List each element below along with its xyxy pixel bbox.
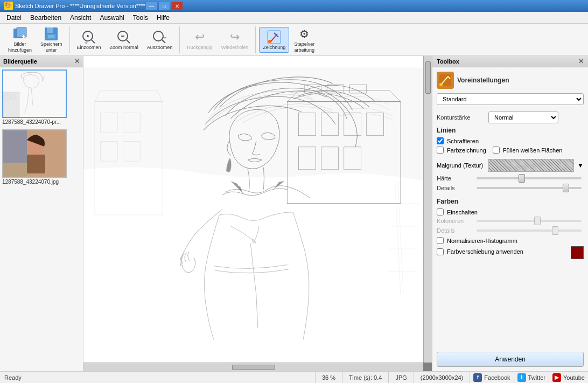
toolbar: + Bilderhinzufügen Speichernunter + — [0, 24, 588, 56]
linien-title: Linien — [437, 127, 584, 134]
schraffieren-label: Schraffieren — [447, 138, 479, 144]
zoom-normal-icon — [116, 30, 131, 45]
farbzeichnung-checkbox[interactable] — [437, 147, 444, 154]
undo-button[interactable]: ↩ Rückgängig — [183, 27, 216, 53]
thumbnail-item-2[interactable]: 1287588_43224070.jpg — [2, 129, 81, 185]
haerte-row: Härte — [437, 175, 584, 182]
fuellen-row: Füllen weißen Flächen — [493, 147, 563, 154]
zoom-in-button[interactable]: + Einzoomen — [73, 27, 105, 53]
zoom-out-button[interactable]: − Auszoom­en — [143, 27, 177, 53]
separator-2 — [179, 26, 180, 53]
malgrund-label: Malgrund (Textur) — [437, 162, 485, 169]
fuellen-checkbox[interactable] — [493, 147, 500, 154]
thumbnail-label-2: 1287588_43224070.jpg — [2, 179, 81, 185]
batch-icon: ⚙ — [297, 26, 312, 41]
zoom-normal-button[interactable]: Zoom normal — [106, 27, 142, 53]
status-format: JPG — [388, 372, 413, 383]
zoom-out-icon: − — [152, 30, 167, 45]
drawing-button[interactable]: Zeichnung — [259, 27, 289, 53]
kolorieren-track — [477, 220, 582, 222]
farbverschiebung-checkbox[interactable] — [437, 248, 444, 255]
facebook-link[interactable]: f Facebook — [470, 372, 513, 383]
preset-section: Voreinstellungen Standard Skizze Aquarel… — [437, 72, 584, 105]
kolorieren-label: Kolorieren — [437, 218, 474, 224]
save-under-button[interactable]: Speichernunter — [37, 24, 66, 56]
thumbnail-item-1[interactable]: 1287588_43224070-pr... — [2, 69, 81, 125]
app-icon: 🎨 — [4, 2, 13, 10]
svg-point-56 — [439, 83, 443, 86]
toolbox-panel: Toolbox ✕ Voreinstellungen — [432, 56, 588, 371]
vertical-scrollbar-thumb[interactable] — [425, 61, 431, 94]
texture-preview — [488, 159, 574, 172]
sketch-canvas[interactable] — [83, 56, 423, 363]
color-swatch[interactable] — [571, 246, 584, 259]
normalisieren-label: Normalisieren-Histogramm — [447, 238, 517, 244]
menu-bearbeiten[interactable]: Bearbeiten — [26, 13, 66, 23]
svg-rect-28 — [27, 155, 45, 173]
zoom-out-label: Auszoom­en — [147, 45, 173, 50]
batch-label: Stapelver­arbeitung — [294, 41, 314, 53]
kontur-label: Konturstärke — [437, 114, 485, 121]
status-ready: Ready — [0, 374, 315, 381]
window-controls: — □ ✕ — [145, 2, 183, 10]
sketch-image — [83, 56, 423, 363]
farben-section: Farben Einschalten Kolorieren Details — [437, 198, 584, 259]
twitter-link[interactable]: t Twitter — [514, 372, 549, 383]
preset-icon — [437, 72, 454, 89]
toolbox-body: Voreinstellungen Standard Skizze Aquarel… — [432, 67, 588, 350]
horizontal-scrollbar-thumb[interactable] — [232, 365, 275, 370]
batch-button[interactable]: ⚙ Stapelver­arbeitung — [290, 24, 318, 56]
panel-close-button[interactable]: ✕ — [74, 58, 80, 65]
kontur-row: Konturstärke Normal Dünn Dick — [437, 112, 584, 123]
status-time: Time (s): 0.4 — [342, 372, 388, 383]
farben-details-thumb[interactable] — [552, 226, 558, 235]
normalisieren-checkbox[interactable] — [437, 237, 444, 244]
titlebar: 🎨 Sketch Drawer Pro - ****Unregistrierte… — [0, 0, 588, 12]
schraffieren-checkbox[interactable] — [437, 137, 444, 144]
preset-select[interactable]: Standard Skizze Aquarell — [437, 93, 584, 105]
haerte-label: Härte — [437, 175, 474, 182]
svg-line-10 — [92, 40, 95, 43]
apply-button[interactable]: Anwenden — [437, 352, 584, 367]
details-thumb[interactable] — [563, 184, 569, 192]
haerte-thumb[interactable] — [519, 174, 525, 183]
redo-button[interactable]: ↪ Wiederholen — [218, 27, 253, 53]
menu-auswahl[interactable]: Auswahl — [95, 13, 128, 23]
menu-hilfe[interactable]: Hilfe — [152, 13, 174, 23]
kontur-select[interactable]: Normal Dünn Dick — [488, 112, 558, 123]
toolbox-close-button[interactable]: ✕ — [578, 58, 584, 65]
details-track — [477, 187, 582, 189]
menu-ansicht[interactable]: Ansicht — [66, 13, 95, 23]
redo-label: Wiederholen — [221, 45, 249, 50]
kolorieren-thumb[interactable] — [534, 217, 541, 225]
menu-datei[interactable]: Datei — [2, 13, 26, 23]
add-images-button[interactable]: + Bilderhinzufügen — [4, 24, 36, 56]
menu-tools[interactable]: Tools — [129, 13, 152, 23]
undo-label: Rückgängig — [187, 45, 213, 50]
canvas-area — [83, 56, 432, 371]
farben-details-label: Details — [437, 227, 474, 234]
window-title: Sketch Drawer Pro - ****Unregistrierte V… — [15, 3, 145, 9]
maximize-button[interactable]: □ — [158, 2, 170, 10]
einschalten-row: Einschalten — [437, 208, 584, 215]
farbzeichnung-row: Farbzeichnung — [437, 147, 486, 154]
drawing-icon — [267, 30, 282, 45]
farbverschiebung-label: Farbverschiebung anwenden — [447, 248, 523, 255]
horizontal-scrollbar[interactable] — [83, 363, 423, 371]
drawing-label: Zeichnung — [263, 45, 285, 50]
youtube-link[interactable]: ▶ Youtube — [549, 372, 588, 383]
minimize-button[interactable]: — — [145, 2, 157, 10]
toolbox-title: Toolbox — [437, 58, 459, 65]
close-button[interactable]: ✕ — [171, 2, 183, 10]
thumbnail-image-1 — [2, 69, 67, 118]
texture-dropdown-button[interactable]: ▼ — [577, 162, 584, 169]
einschalten-checkbox[interactable] — [437, 208, 444, 215]
separator-1 — [69, 26, 70, 53]
linien-section: Linien Schraffieren Farbzeichnung Füllen… — [437, 127, 584, 191]
twitter-icon: t — [517, 373, 526, 382]
einschalten-label: Einschalten — [447, 209, 478, 215]
save-icon — [44, 26, 59, 41]
vertical-scrollbar[interactable] — [423, 56, 432, 363]
zoom-normal-label: Zoom normal — [110, 45, 138, 50]
malgrund-row: Malgrund (Textur) ▼ — [437, 159, 584, 172]
